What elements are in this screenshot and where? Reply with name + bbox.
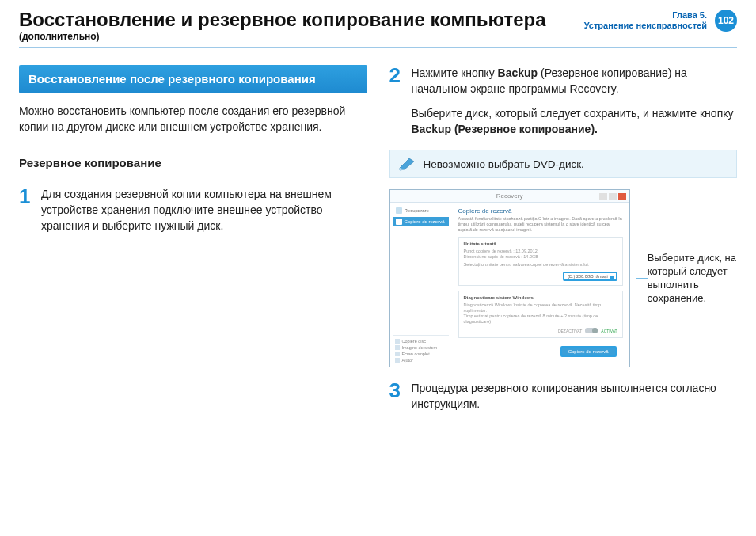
chapter-text: Глава 5. Устранение неисправностей: [584, 10, 707, 31]
callout-text: Выберите диск, на который следует выполн…: [648, 252, 737, 306]
chapter-line-2: Устранение неисправностей: [584, 21, 707, 31]
step-1: 1 Для создания резервной копии компьютер…: [19, 186, 367, 234]
sidebar-item-label: Recuperare: [405, 208, 429, 213]
sidebar-item-system-image[interactable]: Imagine de sistem: [393, 344, 449, 351]
columns: Восстановление после резервного копирова…: [19, 65, 737, 412]
recovery-screenshot: Recovery Recuperare: [389, 189, 630, 367]
disc-icon: [395, 339, 400, 344]
backup-icon: [396, 219, 402, 225]
panel-heading: Diagnosticare sistem Windows: [464, 295, 617, 300]
window-buttons: [599, 193, 626, 200]
chapter-block: Глава 5. Устранение неисправностей 102: [584, 10, 737, 32]
note-box: Невозможно выбрать DVD-диск.: [389, 150, 738, 178]
fullscreen-icon: [395, 352, 400, 356]
left-column: Восстановление после резервного копирова…: [19, 65, 367, 412]
intro-paragraph: Можно восстановить компьютер после созда…: [19, 103, 367, 135]
label: Copiere disc: [402, 339, 427, 344]
drive-panel: Unitate situată Punct copiere de rezervă…: [458, 237, 623, 285]
step-body: Для создания резервной копии компьютера …: [41, 186, 367, 234]
toggle-off-label: DEZACTIVAT: [558, 329, 582, 333]
sidebar-item-recover[interactable]: Recuperare: [393, 206, 449, 215]
right-column: 2 Нажмите кнопку Backup (Резервное копир…: [389, 65, 738, 412]
label: Imagine de sistem: [402, 345, 438, 350]
bold-text: Backup: [498, 67, 538, 79]
step-number: 2: [389, 65, 404, 137]
window-titlebar: Recovery: [390, 190, 629, 203]
note-icon: [398, 157, 416, 171]
chapter-line-1: Глава 5.: [584, 10, 707, 21]
window-title: Recovery: [496, 192, 523, 200]
step-2: 2 Нажмите кнопку Backup (Резервное копир…: [389, 65, 738, 137]
step-number: 3: [389, 380, 404, 412]
step-body: Нажмите кнопку Backup (Резервное копиров…: [412, 65, 738, 137]
sidebar-item-fullscreen[interactable]: Ecran complet: [393, 351, 449, 357]
bold-text: Backup (Резервное копирование).: [412, 123, 598, 135]
sidebar-item-help[interactable]: Ajutor: [393, 357, 449, 363]
main-description: Această funcționalitate stochează partiț…: [458, 216, 623, 232]
panel-line: Diagnosticează Windows înainte de copier…: [464, 302, 617, 314]
minimize-icon[interactable]: [599, 193, 607, 200]
step-number: 1: [19, 186, 33, 234]
step-2-line-1: Нажмите кнопку Backup (Резервное копиров…: [412, 65, 738, 97]
page-title: Восстановление и резервное копирование к…: [19, 10, 546, 29]
backup-button[interactable]: Copiere de rezervă: [560, 346, 617, 357]
panel-line: Dimensiune copie de rezervă : 14.0GB: [464, 254, 617, 260]
panel-heading: Unitate situată: [464, 241, 617, 246]
toggle-on-label: ACTIVAT: [601, 329, 617, 333]
main-heading: Copiere de rezervă: [458, 207, 623, 215]
select-row: (D:) 200.0GB rămași: [464, 272, 617, 281]
toggle-row: DEZACTIVAT ACTIVAT: [464, 328, 617, 333]
sidebar-item-label: Copiere de rezervă: [405, 219, 445, 224]
step-2-line-2: Выберите диск, который следует сохранить…: [412, 105, 738, 138]
diagnostic-panel: Diagnosticare sistem Windows Diagnostice…: [458, 291, 623, 339]
help-icon: [395, 358, 400, 363]
callout-line-icon: [636, 274, 648, 283]
panel-line: Selectați o unitate pentru salvarea copi…: [464, 262, 617, 268]
sidebar-item-backup[interactable]: Copiere de rezervă: [393, 217, 449, 226]
text: Выберите диск, который следует сохранить…: [412, 107, 734, 120]
document-page: Восстановление и резервное копирование к…: [0, 0, 756, 536]
title-block: Восстановление и резервное копирование к…: [19, 10, 546, 42]
page-number-badge: 102: [715, 10, 737, 32]
note-text: Невозможно выбрать DVD-диск.: [424, 158, 584, 170]
window-body: Recuperare Copiere de rezervă Copiere di…: [390, 203, 629, 367]
main-panel: Copiere de rezervă Această funcționalita…: [452, 203, 629, 367]
step-3: 3 Процедура резервного копирования выпол…: [389, 380, 738, 412]
screenshot-with-callout: Recovery Recuperare: [389, 189, 738, 367]
panel-line: Timp estimat pentru copierea de rezervă …: [464, 314, 617, 325]
action-row: Copiere de rezervă: [458, 343, 623, 362]
image-icon: [395, 345, 400, 350]
section-heading: Восстановление после резервного копирова…: [19, 65, 367, 93]
subsection-heading: Резервное копирование: [19, 156, 367, 173]
page-header: Восстановление и резервное копирование к…: [19, 10, 737, 48]
sidebar-item-copy-disc[interactable]: Copiere disc: [393, 338, 449, 344]
step-body: Процедура резервного копирования выполня…: [412, 380, 738, 412]
maximize-icon[interactable]: [609, 193, 617, 200]
page-subtitle: (дополнительно): [19, 31, 546, 42]
recover-icon: [396, 207, 402, 214]
close-icon[interactable]: [618, 193, 626, 200]
drive-select[interactable]: (D:) 200.0GB rămași: [563, 272, 617, 281]
label: Ajutor: [402, 358, 413, 363]
sidebar-bottom: Copiere disc Imagine de sistem Ecran com…: [393, 335, 449, 363]
text: Нажмите кнопку: [412, 67, 498, 79]
diagnostic-toggle[interactable]: [585, 328, 598, 333]
sidebar: Recuperare Copiere de rezervă Copiere di…: [390, 203, 452, 367]
panel-line: Punct copiere de rezervă : 12.09.2012: [464, 249, 617, 254]
label: Ecran complet: [402, 352, 430, 356]
callout: Выберите диск, на который следует выполн…: [636, 252, 737, 306]
